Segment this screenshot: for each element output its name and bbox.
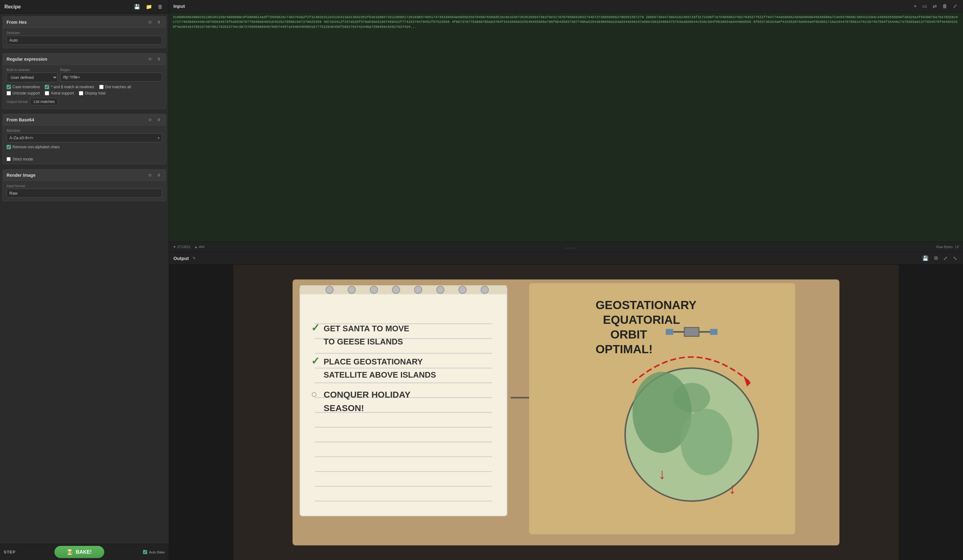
svg-point-10: [459, 286, 466, 293]
regex-header: Regular expression ⊘ ⏸: [3, 53, 166, 65]
recipe-panel: Recipe 💾 📁 🗑 From Hex ⊘ ⏸ Delimiter: [0, 0, 169, 560]
svg-rect-47: [666, 329, 673, 335]
regex-input[interactable]: [60, 73, 162, 82]
output-save-btn[interactable]: 💾: [921, 255, 930, 262]
astral-support-text: Astral support: [51, 91, 74, 95]
regex-label: Regex: [60, 68, 162, 72]
svg-text:EQUATORIAL: EQUATORIAL: [603, 313, 680, 326]
strict-mode-checkbox[interactable]: [6, 157, 11, 161]
svg-text:ORBIT: ORBIT: [610, 328, 647, 341]
regex-checkboxes: Case insensitive ^ and $ match at newlin…: [6, 85, 162, 95]
lf-label: LF: [955, 245, 959, 249]
input-textarea[interactable]: 3100004002000101106203150c5090900c9fe000…: [169, 13, 963, 241]
svg-point-11: [481, 286, 488, 293]
remove-non-alphabet-label[interactable]: Remove non-alphabet chars: [6, 145, 162, 149]
output-section: Output ✎ 💾 ⧉ ⤢ ⤡: [169, 252, 963, 560]
output-title: Output: [173, 256, 189, 261]
render-image-title: Render Image: [6, 173, 36, 178]
unicode-support-label[interactable]: Unicode support: [6, 91, 40, 95]
caret-dollar-checkbox[interactable]: [45, 85, 49, 89]
recipe-header-icons: 💾 📁 🗑: [132, 3, 164, 10]
svg-text:CONQUER HOLIDAY: CONQUER HOLIDAY: [324, 390, 411, 400]
output-edit-icon[interactable]: ✎: [193, 256, 196, 261]
bake-label: BAKE!: [76, 549, 92, 555]
from-base64-block: From Base64 ⊘ ⏸ Alphabet ▼ Remove non-al…: [3, 114, 166, 164]
svg-text:GEOSTATIONARY: GEOSTATIONARY: [596, 298, 696, 311]
from-base64-disable-btn[interactable]: ⊘: [147, 117, 153, 123]
svg-text:TO GEESE ISLANDS: TO GEESE ISLANDS: [324, 337, 403, 346]
input-format-input[interactable]: [6, 189, 162, 198]
svg-point-8: [414, 286, 422, 293]
input-delete-btn[interactable]: 🗑: [941, 3, 949, 10]
from-base64-body: Alphabet ▼ Remove non-alphabet chars: [3, 125, 166, 154]
unicode-support-checkbox[interactable]: [6, 91, 11, 95]
input-layout-btn[interactable]: ▭: [921, 3, 929, 10]
svg-rect-44: [684, 327, 699, 336]
step-label: STEP: [4, 550, 16, 554]
render-image-disable-btn[interactable]: ⊘: [147, 172, 153, 178]
render-image-body: Input format: [3, 181, 166, 201]
astral-support-label[interactable]: Astral support: [45, 91, 74, 95]
builtin-label: Built in rexexes: [6, 68, 58, 72]
alphabet-row: ▼: [6, 133, 162, 142]
display-total-checkbox[interactable]: [79, 91, 83, 95]
regex-pause-btn[interactable]: ⏸: [156, 56, 162, 62]
caret-dollar-text: ^ and $ match at newlines: [51, 85, 94, 89]
output-maximize-btn[interactable]: ⤢: [942, 255, 949, 262]
input-expand-btn[interactable]: ⤢: [952, 3, 959, 10]
svg-rect-48: [710, 329, 718, 335]
from-hex-pause-btn[interactable]: ⏸: [156, 19, 162, 25]
auto-bake-checkbox[interactable]: [143, 550, 147, 554]
regex-controls: ⊘ ⏸: [147, 56, 162, 62]
svg-text:↓: ↓: [729, 480, 736, 497]
display-total-label[interactable]: Display total: [79, 91, 105, 95]
bake-icon: 👨‍🍳: [67, 549, 73, 555]
dot-matches-checkbox[interactable]: [99, 85, 104, 89]
svg-text:○: ○: [311, 388, 317, 400]
save-recipe-button[interactable]: 💾: [132, 3, 142, 10]
render-image-pause-btn[interactable]: ⏸: [156, 172, 162, 178]
output-header: Output ✎ 💾 ⧉ ⤢ ⤡: [169, 252, 963, 265]
from-base64-pause-btn[interactable]: ⏸: [156, 117, 162, 123]
svg-rect-2: [300, 286, 507, 516]
output-format-section: Output format List matches: [6, 98, 162, 105]
regex-block: Regular expression ⊘ ⏸ Built in rexexes …: [3, 53, 166, 109]
case-insensitive-checkbox[interactable]: [6, 85, 11, 89]
svg-point-7: [392, 286, 400, 293]
delimiter-input[interactable]: [6, 36, 162, 45]
svg-text:✓: ✓: [311, 322, 320, 333]
display-total-text: Display total: [85, 91, 105, 95]
regex-disable-btn[interactable]: ⊘: [147, 56, 153, 62]
bake-button[interactable]: 👨‍🍳 BAKE!: [55, 546, 104, 558]
input-header-icons: + ▭ ⇄ 🗑 ⤢: [912, 3, 959, 10]
case-insensitive-label[interactable]: Case insensitive: [6, 85, 40, 89]
caret-dollar-label[interactable]: ^ and $ match at newlines: [45, 85, 94, 89]
builtin-select[interactable]: User defined: [6, 73, 58, 82]
open-recipe-button[interactable]: 📁: [144, 3, 154, 10]
output-header-icons: 💾 ⧉ ⤢ ⤡: [921, 255, 959, 262]
svg-point-4: [326, 286, 333, 293]
dot-matches-label[interactable]: Dot matches all: [99, 85, 131, 89]
output-copy-btn[interactable]: ⧉: [933, 255, 939, 262]
remove-non-alphabet-checkbox[interactable]: [6, 145, 11, 149]
astral-support-checkbox[interactable]: [45, 91, 49, 95]
regex-inputs-row: Built in rexexes User defined Regex: [6, 68, 162, 82]
input-header: Input + ▭ ⇄ 🗑 ⤢: [169, 0, 963, 13]
delete-recipe-button[interactable]: 🗑: [156, 3, 164, 10]
divider-dots: ...........: [563, 243, 578, 251]
right-panel: Input + ▭ ⇄ 🗑 ⤢ 310000400200010110620315…: [169, 0, 963, 560]
output-expand-btn[interactable]: ⤡: [952, 255, 959, 262]
input-format-label: Input format: [6, 184, 162, 188]
input-swap-btn[interactable]: ⇄: [931, 3, 938, 10]
input-add-btn[interactable]: +: [912, 3, 918, 10]
input-status-bar: ▼ 2713521 ▲ 484 ........... Raw Bytes LF: [169, 241, 963, 252]
svg-text:PLACE GEOSTATIONARY: PLACE GEOSTATIONARY: [324, 357, 423, 366]
alphabet-input[interactable]: [6, 133, 162, 142]
from-base64-controls: ⊘ ⏸: [147, 117, 162, 123]
from-hex-disable-btn[interactable]: ⊘: [147, 19, 153, 25]
svg-point-6: [370, 286, 378, 293]
regex-title: Regular expression: [6, 57, 47, 62]
from-hex-header: From Hex ⊘ ⏸: [3, 16, 166, 28]
strict-mode-row: Strict mode: [3, 154, 166, 164]
svg-point-42: [673, 383, 710, 412]
